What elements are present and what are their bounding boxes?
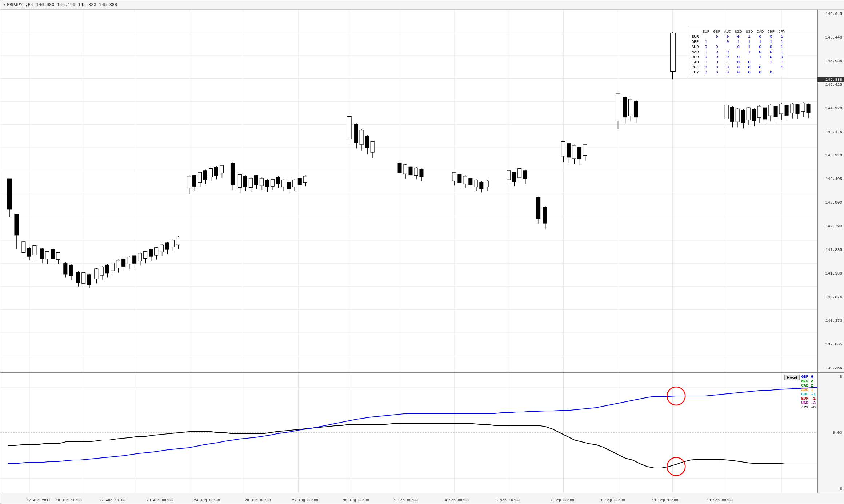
- svg-rect-81: [155, 248, 158, 255]
- matrix-cell: 1: [701, 60, 712, 65]
- matrix-col-gbp: GBP: [711, 29, 722, 34]
- svg-rect-211: [757, 106, 761, 118]
- svg-rect-41: [40, 249, 44, 259]
- time-label-5: 24 Aug 08:00: [194, 499, 220, 503]
- indicator-legend: GBP 6 NZD 2 CAD 2 AUD 1 CHF -1 EUR -1 US…: [801, 375, 816, 409]
- svg-rect-57: [87, 275, 91, 285]
- legend-jpy: JPY -6: [801, 405, 816, 409]
- matrix-cell: 0: [711, 70, 722, 75]
- svg-rect-37: [27, 248, 31, 256]
- matrix-cell: 1: [776, 34, 787, 39]
- svg-rect-193: [628, 99, 632, 116]
- candlestick-chart[interactable]: EUR GBP AUD NZD USD CAD CHF JPY EUR 0 0: [0, 10, 817, 372]
- svg-rect-133: [347, 117, 351, 139]
- svg-rect-175: [536, 197, 540, 219]
- matrix-row-label-aud: AUD: [690, 44, 701, 49]
- svg-rect-115: [260, 178, 263, 186]
- svg-rect-185: [578, 147, 581, 159]
- matrix-cell: 0: [711, 55, 722, 60]
- svg-rect-131: [303, 176, 307, 183]
- matrix-cell: 0: [733, 55, 744, 60]
- matrix-cell: [765, 65, 776, 70]
- svg-rect-187: [583, 145, 587, 156]
- matrix-cell: 1: [744, 39, 755, 44]
- matrix-cell: 0: [744, 60, 755, 65]
- matrix-cell: [755, 60, 766, 65]
- matrix-cell: 1: [776, 49, 787, 55]
- matrix-row-label-chf: CHF: [690, 65, 701, 70]
- matrix-col-chf: CHF: [765, 29, 776, 34]
- legend-cad: CAD 2: [801, 383, 816, 388]
- legend-aud: AUD 1: [801, 388, 816, 392]
- matrix-cell: 0: [765, 55, 776, 60]
- matrix-cell: 0: [744, 70, 755, 75]
- matrix-cell: 1: [744, 34, 755, 39]
- price-level-5: 144.920: [819, 106, 842, 111]
- svg-rect-205: [741, 110, 745, 123]
- reset-button[interactable]: Reset: [784, 375, 800, 380]
- svg-rect-177: [543, 207, 547, 224]
- matrix-cell: [776, 70, 787, 75]
- svg-rect-159: [469, 178, 472, 185]
- svg-rect-109: [243, 176, 247, 187]
- indicator-chart[interactable]: Reset GBP 6 NZD 2 CAD 2 AUD 1 CHF -1 EUR…: [0, 373, 817, 493]
- svg-rect-215: [768, 105, 772, 116]
- price-level-4: 145.425: [819, 82, 842, 87]
- indicator-zero: 0.00: [819, 430, 842, 435]
- svg-rect-73: [133, 256, 136, 263]
- time-label-9: 1 Sep 00:00: [394, 499, 418, 503]
- svg-rect-113: [254, 176, 258, 185]
- time-axis: 17 Aug 2017 18 Aug 16:00 22 Aug 16:00 23…: [0, 493, 844, 504]
- matrix-cell: 0: [765, 34, 776, 39]
- matrix-cell: 1: [776, 60, 787, 65]
- matrix-cell: 0: [711, 49, 722, 55]
- dropdown-arrow-icon: ▼: [3, 3, 5, 7]
- matrix-row-label-cad: CAD: [690, 60, 701, 65]
- svg-rect-179: [561, 141, 565, 156]
- svg-rect-173: [523, 171, 527, 179]
- svg-rect-135: [354, 124, 358, 143]
- svg-rect-85: [165, 243, 169, 249]
- price-level-12: 141.380: [819, 271, 842, 276]
- svg-rect-95: [198, 172, 202, 183]
- svg-rect-67: [116, 260, 120, 268]
- svg-rect-221: [785, 105, 788, 116]
- matrix-row-label-usd: USD: [690, 55, 701, 60]
- matrix-cell: 1: [722, 60, 733, 65]
- matrix-cell: 0: [755, 49, 766, 55]
- svg-rect-121: [276, 177, 280, 184]
- matrix-cell: 0: [755, 44, 766, 49]
- svg-rect-111: [249, 178, 252, 187]
- matrix-cell: [722, 44, 733, 49]
- matrix-cell: 1: [744, 44, 755, 49]
- svg-rect-219: [779, 104, 783, 114]
- indicator-bottom: -8: [819, 486, 842, 491]
- time-label-6: 28 Aug 08:00: [245, 499, 271, 503]
- matrix-cell: 0: [711, 60, 722, 65]
- svg-rect-99: [209, 169, 212, 177]
- svg-rect-143: [398, 163, 401, 173]
- time-label-7: 29 Aug 08:00: [292, 499, 318, 503]
- matrix-cell: 0: [755, 34, 766, 39]
- svg-rect-101: [214, 167, 218, 175]
- time-label-10: 4 Sep 08:00: [445, 499, 469, 503]
- svg-rect-89: [176, 237, 180, 245]
- matrix-row-label-gbp: GBP: [690, 39, 701, 44]
- matrix-cell: 0: [755, 65, 766, 70]
- price-level-9: 142.900: [819, 200, 842, 205]
- svg-rect-87: [171, 240, 175, 247]
- matrix-cell: 0: [765, 49, 776, 55]
- matrix-cell: 1: [744, 49, 755, 55]
- svg-rect-151: [420, 169, 423, 177]
- svg-rect-153: [452, 172, 456, 181]
- matrix-cell: 0: [711, 44, 722, 49]
- svg-rect-201: [730, 107, 734, 121]
- svg-rect-63: [105, 265, 109, 273]
- svg-rect-39: [33, 245, 36, 255]
- svg-rect-189: [616, 93, 620, 121]
- matrix-cell: 1: [776, 44, 787, 49]
- svg-rect-47: [56, 253, 60, 260]
- svg-rect-75: [138, 253, 142, 261]
- svg-rect-105: [231, 163, 235, 185]
- svg-rect-49: [64, 263, 67, 274]
